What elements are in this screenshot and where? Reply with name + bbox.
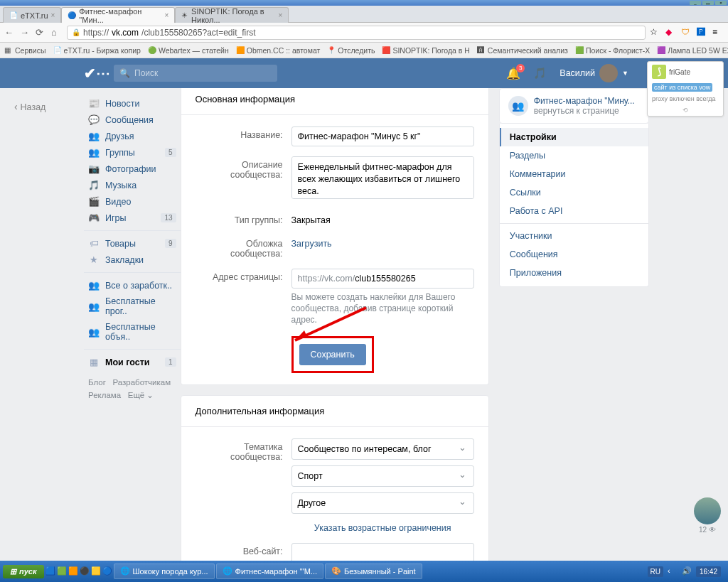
settings-item[interactable]: Разделы xyxy=(500,146,648,165)
topic-select[interactable]: Сообщество по интересам, блог xyxy=(291,438,474,460)
tray-icon[interactable]: ‹ xyxy=(668,566,678,576)
bookmark[interactable]: 🟧Obmen.CC :: автомат xyxy=(236,46,321,55)
settings-item[interactable]: Настройки xyxy=(500,128,648,146)
ext-icon[interactable]: 🛡 xyxy=(681,27,692,38)
age-restrict-link[interactable]: Указать возрастные ограничения xyxy=(291,519,474,533)
ext-icon[interactable]: ☆ xyxy=(650,27,661,38)
browser-tab[interactable]: 📄eTXT.ru× xyxy=(3,7,61,23)
taskbar-item[interactable]: 🌐Фитнес-марафон "'М... xyxy=(216,564,323,579)
url-proto: https:// xyxy=(83,28,109,38)
lang-indicator[interactable]: RU xyxy=(648,566,663,577)
menu-icon[interactable]: ≡ xyxy=(712,27,724,38)
card-basic-info: Основная информация Название: Описание с… xyxy=(181,88,489,385)
frigate-line: сайт из списка vow xyxy=(652,83,712,92)
nav-item[interactable]: 🎬Видео xyxy=(84,193,181,210)
back-icon[interactable]: ← xyxy=(4,27,16,38)
bookmark[interactable]: 🟢Webartex — статейн xyxy=(148,46,229,55)
nav-item[interactable]: 💬Сообщения xyxy=(84,112,181,128)
bookmark[interactable]: 🟪Лампа LED 5W E27 све xyxy=(657,46,728,55)
ext-icon[interactable]: 🅿 xyxy=(697,27,708,38)
nav-item[interactable]: 🎵Музыка xyxy=(84,177,181,193)
nav-item[interactable]: 👥Бесплатные прог.. xyxy=(84,293,181,319)
browser-tab[interactable]: ☀SINOPTIK: Погода в Никол...× xyxy=(175,7,289,23)
nav-item[interactable]: ▦Мои гости1 xyxy=(84,354,181,370)
settings-item[interactable]: Приложения xyxy=(500,264,648,282)
nav-icon: 👥 xyxy=(88,131,100,141)
cover-upload-link[interactable]: Загрузить xyxy=(291,235,474,249)
nav-item[interactable]: 👥Группы5 xyxy=(84,144,181,161)
return-box[interactable]: 👥 Фитнес-марафон "Мину... вернуться к ст… xyxy=(499,88,649,124)
back-link[interactable]: Назад xyxy=(14,101,46,112)
tray-icon[interactable]: 🔊 xyxy=(682,566,692,576)
desc-textarea[interactable]: Еженедельный фитнес-марафон для всех жел… xyxy=(291,156,474,199)
float-avatar[interactable]: 12 👁 xyxy=(694,497,721,534)
frigate-widget[interactable]: ⟆ friGate сайт из списка vow proxy включ… xyxy=(647,61,724,117)
type-value: Закрытая xyxy=(291,212,474,225)
notifications-icon[interactable]: 🔔3 xyxy=(506,67,520,80)
reload-icon[interactable]: ⟳ xyxy=(36,27,47,38)
addr-input[interactable]: https://vk.com/club155580265 xyxy=(291,269,474,289)
group-icon: 👥 xyxy=(508,96,528,116)
max-btn[interactable]: ▭ xyxy=(702,1,714,5)
nav-item[interactable]: 📰Новости xyxy=(84,95,181,112)
quicklaunch-icon[interactable]: 🟧 xyxy=(68,566,78,576)
bookmarks-bar: ▦Сервисы 📄eTXT.ru - Биржа копир 🟢Webarte… xyxy=(0,43,728,58)
clock[interactable]: 16:42 xyxy=(696,566,721,577)
url-input[interactable]: 🔒 https://vk.com/club155580265?act=edit_… xyxy=(67,26,646,40)
tab-close-icon[interactable]: × xyxy=(51,11,55,19)
topic-select3[interactable]: Другое xyxy=(291,492,474,514)
nav-icon: 👥 xyxy=(88,147,100,158)
taskbar-item[interactable]: 🎨Безымянный - Paint xyxy=(325,564,422,579)
settings-item[interactable]: Работа с API xyxy=(500,202,648,220)
settings-item[interactable]: Сообщения xyxy=(500,245,648,264)
address-bar: ← → ⟳ ⌂ 🔒 https://vk.com/club155580265?a… xyxy=(0,23,728,43)
nav-label: Группы xyxy=(105,148,135,158)
nav-icon: 🎬 xyxy=(88,196,100,207)
nav-item[interactable]: 🎮Игры13 xyxy=(84,210,181,226)
bookmark[interactable]: ▦Сервисы xyxy=(4,46,46,55)
nav-item[interactable]: 👥Друзья xyxy=(84,128,181,144)
nav-item[interactable]: ★Закладки xyxy=(84,252,181,268)
nav-item[interactable]: 🏷Товары9 xyxy=(84,235,181,252)
topic-select2[interactable]: Спорт xyxy=(291,465,474,487)
nav-item[interactable]: 👥Бесплатные объя.. xyxy=(84,319,181,345)
home-icon[interactable]: ⌂ xyxy=(51,27,63,38)
notif-count: 3 xyxy=(516,64,525,72)
quicklaunch-icon[interactable]: 🟦 xyxy=(46,566,55,576)
save-button[interactable]: Сохранить xyxy=(299,344,366,365)
site-input[interactable] xyxy=(291,543,474,563)
bookmark[interactable]: 🅰Семантический анализ xyxy=(477,46,568,55)
search-input[interactable]: 🔍 Поиск xyxy=(114,65,277,82)
settings-item[interactable]: Ссылки xyxy=(500,183,648,202)
bookmark[interactable]: 📍Отследить xyxy=(327,46,375,55)
close-btn[interactable]: × xyxy=(715,1,727,5)
quicklaunch-icon[interactable]: 🟩 xyxy=(57,566,67,576)
browser-tab[interactable]: 🔵Фитнес-марафон "Мин...× xyxy=(61,7,175,23)
nav-footer[interactable]: Блог РазработчикамРеклама Ещё ⌄ xyxy=(84,370,181,408)
ext-icon[interactable]: ◆ xyxy=(665,27,677,38)
bookmark[interactable]: 🟩Поиск - Флорист-X xyxy=(575,46,650,55)
start-button[interactable]: ⊞пуск xyxy=(3,565,44,578)
nav-item[interactable]: 👥Все о заработк.. xyxy=(84,277,181,293)
quicklaunch-icon[interactable]: 🟨 xyxy=(91,566,101,576)
topic-label: Тематика сообщества: xyxy=(196,438,291,462)
music-icon[interactable]: 🎵 xyxy=(533,67,547,80)
tab-close-icon[interactable]: × xyxy=(279,11,283,19)
tab-close-icon[interactable]: × xyxy=(165,11,169,19)
return-sub: вернуться к странице xyxy=(534,106,635,116)
nav-icon: 💬 xyxy=(88,114,100,125)
quicklaunch-icon[interactable]: ⚫ xyxy=(80,566,90,576)
taskbar: ⊞пуск 🟦 🟩 🟧 ⚫ 🟨 🔵 🌐Шококу порода кур... … xyxy=(0,561,728,582)
bookmark[interactable]: 📄eTXT.ru - Биржа копир xyxy=(53,46,141,55)
nav-item[interactable]: 📷Фотографии xyxy=(84,161,181,177)
name-input[interactable] xyxy=(291,126,474,146)
min-btn[interactable]: _ xyxy=(690,1,701,5)
vk-logo-icon[interactable]: ✔⋯ xyxy=(84,63,104,83)
forward-icon[interactable]: → xyxy=(20,27,31,38)
quicklaunch-icon[interactable]: 🔵 xyxy=(102,566,112,576)
bookmark[interactable]: 🟥SINOPTIK: Погода в Н xyxy=(382,46,469,55)
user-menu[interactable]: Василий ▼ xyxy=(560,64,628,82)
settings-item[interactable]: Участники xyxy=(500,227,648,245)
taskbar-item[interactable]: 🌐Шококу порода кур... xyxy=(114,564,215,579)
settings-item[interactable]: Комментарии xyxy=(500,165,648,183)
